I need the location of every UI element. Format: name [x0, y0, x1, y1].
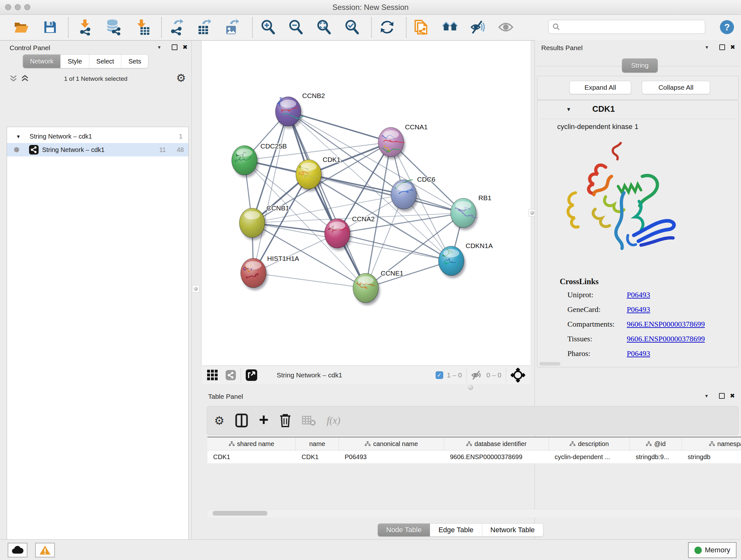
- table-cell[interactable]: CDK1: [207, 450, 296, 463]
- zoom-fit-icon[interactable]: [316, 19, 332, 35]
- detach-view-icon[interactable]: [246, 369, 258, 381]
- table-panel-menu-button[interactable]: ▼: [704, 393, 709, 398]
- crosslink-genecard-link[interactable]: P06493: [627, 305, 650, 314]
- network-overview-icon[interactable]: [225, 370, 236, 381]
- zoom-out-icon[interactable]: [288, 19, 304, 35]
- column-header-name[interactable]: name: [296, 437, 339, 450]
- tab-network[interactable]: Network: [23, 55, 60, 68]
- export-image-icon[interactable]: [223, 19, 239, 35]
- export-network-icon[interactable]: [169, 19, 185, 35]
- results-hscrollbar-thumb[interactable]: [539, 362, 560, 366]
- table-cell[interactable]: 9606.ENSP00000378699: [444, 450, 549, 463]
- tab-node-table[interactable]: Node Table: [378, 523, 430, 537]
- column-header--id[interactable]: @id: [630, 437, 682, 450]
- import-network-from-database-icon[interactable]: [105, 19, 121, 35]
- crosslinks-heading: CrossLinks: [560, 277, 599, 286]
- tab-select[interactable]: Select: [89, 55, 121, 68]
- hidden-node-edge-count: 0 – 0: [486, 371, 501, 379]
- column-header-description[interactable]: description: [549, 437, 630, 450]
- table-settings-gear-icon[interactable]: ⚙: [214, 414, 224, 427]
- new-network-from-selection-icon[interactable]: [414, 19, 429, 35]
- control-panel-float-button[interactable]: [172, 44, 178, 50]
- column-header-shared-name[interactable]: shared name: [207, 437, 296, 450]
- table-row[interactable]: CDK1CDK1P064939606.ENSP00000378699cyclin…: [207, 450, 741, 463]
- control-panel-close-button[interactable]: ✖: [183, 44, 188, 51]
- crosslink-pharos-link[interactable]: P06493: [627, 349, 650, 358]
- crosslink-tissues-link[interactable]: 9606.ENSP00000378699: [627, 334, 705, 343]
- node-CCNA2[interactable]: CCNA2: [325, 215, 375, 251]
- string-network-graph: CCNB2CCNA1CDC25BCDK1CDC6RB1CCNB1CCNA2CDK…: [202, 41, 530, 366]
- crosslink-compartments-link[interactable]: 9606.ENSP00000378699: [627, 320, 705, 328]
- network-row[interactable]: String Network – cdk1 11 48: [7, 143, 188, 157]
- left-splitter-handle[interactable]: [192, 285, 199, 293]
- network-collection-row[interactable]: ▼ String Network – cdk1 1: [7, 130, 188, 143]
- hide-selected-icon[interactable]: [470, 19, 486, 35]
- export-table-icon[interactable]: [196, 19, 212, 35]
- import-network-icon[interactable]: [77, 19, 93, 35]
- refresh-icon[interactable]: [379, 19, 395, 35]
- node-HIST1H1A[interactable]: HIST1H1A: [241, 255, 299, 290]
- tab-network-table[interactable]: Network Table: [482, 523, 543, 537]
- table-cell[interactable]: stringdb: [682, 450, 741, 463]
- edge[interactable]: [309, 174, 463, 213]
- network-selection-status: 1 of 1 Network selected: [0, 75, 192, 82]
- protein-expander-icon[interactable]: ▼: [566, 107, 571, 112]
- node-CDC6[interactable]: CDC6: [391, 176, 435, 212]
- expand-all-button[interactable]: Expand All: [569, 81, 631, 94]
- collection-expander-icon[interactable]: ▼: [16, 134, 21, 139]
- node-CDK1[interactable]: CDK1: [296, 156, 340, 192]
- collapse-all-button[interactable]: Collapse All: [642, 81, 710, 94]
- node-CCNB2[interactable]: CCNB2: [275, 92, 325, 129]
- table-cell[interactable]: CDK1: [296, 450, 339, 463]
- table-panel-close-button[interactable]: ✖: [730, 392, 735, 399]
- help-icon[interactable]: ?: [720, 20, 734, 34]
- edge[interactable]: [253, 273, 366, 288]
- protein-structure-image: [556, 137, 684, 255]
- edge[interactable]: [253, 233, 337, 273]
- delete-columns-icon[interactable]: [280, 414, 291, 428]
- tab-style[interactable]: Style: [60, 55, 89, 68]
- search-input[interactable]: [548, 20, 705, 34]
- results-panel-close-button[interactable]: ✖: [730, 44, 735, 51]
- show-columns-icon[interactable]: [235, 414, 248, 428]
- node-CDKN1A[interactable]: CDKN1A: [439, 242, 493, 278]
- import-table-icon[interactable]: [135, 19, 151, 35]
- first-neighbors-icon[interactable]: [442, 19, 458, 35]
- toolbar-separator: [506, 368, 506, 382]
- column-header-canonical-name[interactable]: canonical name: [339, 437, 444, 450]
- table-cell[interactable]: P06493: [339, 450, 444, 463]
- tab-edge-table[interactable]: Edge Table: [430, 523, 482, 537]
- network-panel-gear-icon[interactable]: ⚙: [176, 71, 186, 84]
- save-session-icon[interactable]: [42, 19, 58, 35]
- node-RB1[interactable]: RB1: [451, 194, 491, 230]
- crosslink-uniprot-link[interactable]: P06493: [627, 291, 650, 299]
- node-CCNE1[interactable]: CCNE1: [353, 269, 403, 305]
- create-column-icon[interactable]: +: [259, 410, 268, 429]
- toolbar-separator: [371, 17, 372, 38]
- control-panel-menu-button[interactable]: ▼: [157, 45, 161, 50]
- tab-string[interactable]: String: [622, 58, 658, 72]
- table-cell[interactable]: cyclin-dependent ...: [549, 450, 630, 463]
- show-all-icon[interactable]: [498, 19, 514, 35]
- column-header-database-identifier[interactable]: database identifier: [444, 437, 549, 450]
- table-panel-float-button[interactable]: [719, 393, 725, 399]
- table-hscrollbar-thumb[interactable]: [212, 511, 267, 516]
- memory-button[interactable]: Memory: [688, 542, 737, 558]
- tab-sets[interactable]: Sets: [121, 55, 148, 68]
- edge[interactable]: [288, 111, 366, 288]
- selected-nodes-checkbox[interactable]: ✓: [435, 371, 443, 379]
- zoom-selected-icon[interactable]: [344, 19, 360, 35]
- results-panel-menu-button[interactable]: ▼: [704, 45, 709, 50]
- edge[interactable]: [253, 111, 288, 273]
- fit-selected-icon[interactable]: [511, 368, 525, 382]
- table-cell[interactable]: stringdb:9...: [630, 450, 682, 463]
- open-session-icon[interactable]: [13, 19, 29, 35]
- warning-button[interactable]: [35, 543, 55, 557]
- birds-eye-view-icon[interactable]: [207, 369, 218, 381]
- results-panel-float-button[interactable]: [719, 44, 725, 50]
- zoom-in-icon[interactable]: [260, 19, 276, 35]
- column-header-namespace[interactable]: namespace: [682, 437, 741, 450]
- network-view-canvas[interactable]: CCNB2CCNA1CDC25BCDK1CDC6RB1CCNB1CCNA2CDK…: [202, 41, 530, 366]
- table-hscrollbar[interactable]: [207, 509, 741, 517]
- cloud-button[interactable]: [8, 543, 27, 557]
